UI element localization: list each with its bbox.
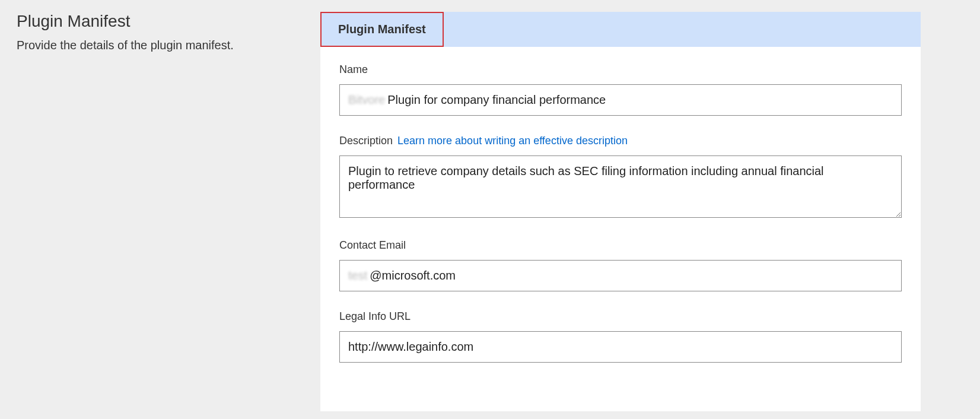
contact-email-value: @microsoft.com <box>370 269 893 282</box>
form-group-description: Description Learn more about writing an … <box>339 135 902 220</box>
main-panel: Plugin Manifest Name Bitvore Plugin for … <box>320 0 980 419</box>
description-textarea[interactable] <box>339 155 902 218</box>
name-blurred-prefix: Bitvore <box>348 93 385 107</box>
name-value: Plugin for company financial performance <box>387 93 893 107</box>
form-group-legal-info-url: Legal Info URL <box>339 310 902 363</box>
form-group-contact-email: Contact Email test @microsoft.com <box>339 239 902 291</box>
name-label: Name <box>339 64 902 76</box>
description-label: Description <box>339 135 393 147</box>
page-subtitle: Provide the details of the plugin manife… <box>17 37 304 53</box>
contact-email-input[interactable]: test @microsoft.com <box>339 260 902 291</box>
name-input[interactable]: Bitvore Plugin for company financial per… <box>339 84 902 116</box>
legal-info-url-label: Legal Info URL <box>339 310 902 323</box>
description-help-link[interactable]: Learn more about writing an effective de… <box>397 135 628 147</box>
tab-plugin-manifest[interactable]: Plugin Manifest <box>320 12 444 47</box>
tab-bar: Plugin Manifest <box>320 12 921 47</box>
form-group-name: Name Bitvore Plugin for company financia… <box>339 64 902 116</box>
page-title: Plugin Manifest <box>17 12 304 31</box>
legal-info-url-input[interactable] <box>339 331 902 363</box>
contact-email-label: Contact Email <box>339 239 902 252</box>
sidebar: Plugin Manifest Provide the details of t… <box>0 0 320 419</box>
contact-email-blurred-prefix: test <box>348 269 367 282</box>
form-panel: Name Bitvore Plugin for company financia… <box>320 47 921 411</box>
